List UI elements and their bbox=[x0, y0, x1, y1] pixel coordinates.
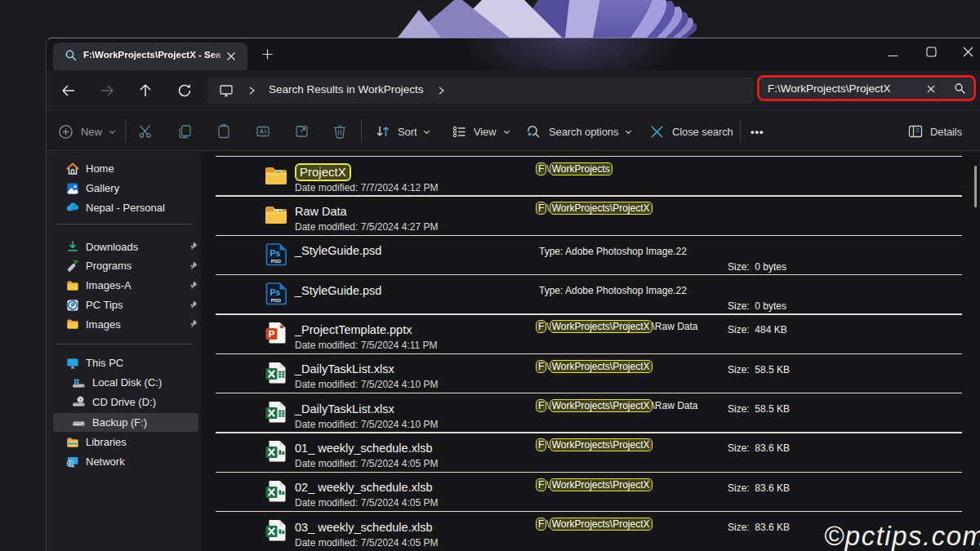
svg-text:PSD: PSD bbox=[271, 258, 282, 263]
svg-text:P: P bbox=[269, 330, 275, 340]
svg-text:Ps: Ps bbox=[270, 287, 281, 297]
svg-text:Ps: Ps bbox=[270, 247, 281, 257]
svg-text:PSD: PSD bbox=[271, 298, 282, 303]
